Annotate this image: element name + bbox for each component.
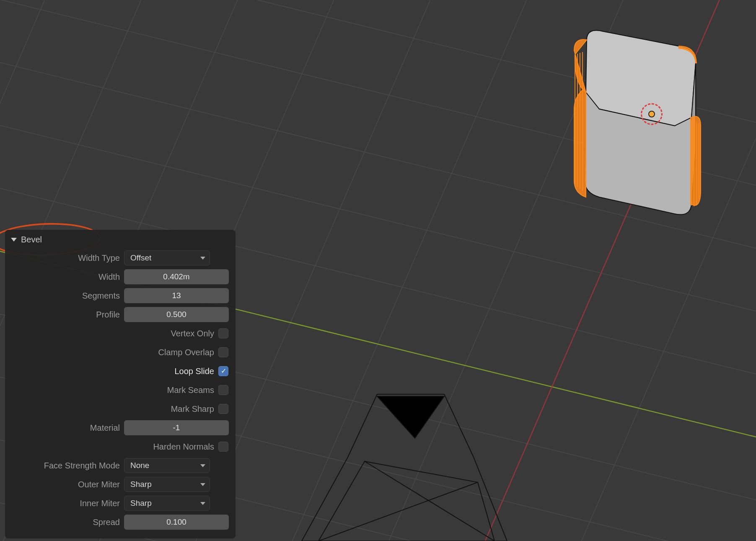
mark-sharp-checkbox[interactable] [218,404,228,414]
clamp-overlap-label: Clamp Overlap [11,348,214,357]
spread-field[interactable]: 0.100 [124,515,229,530]
operator-panel-bevel: Bevel Width Type Offset Width 0.402m Seg… [5,230,236,538]
mark-sharp-label: Mark Sharp [11,404,214,414]
mark-seams-checkbox[interactable] [218,385,228,395]
segments-label: Segments [11,291,120,301]
spread-label: Spread [11,518,120,527]
chevron-down-icon [200,502,205,505]
material-field[interactable]: -1 [124,420,229,435]
loop-slide-label: Loop Slide [11,367,214,376]
inner-miter-dropdown[interactable]: Sharp [124,496,210,511]
harden-normals-checkbox[interactable] [218,442,228,452]
svg-marker-29 [318,461,495,541]
svg-marker-32 [377,396,444,438]
chevron-down-icon [200,464,205,467]
inner-miter-label: Inner Miter [11,499,120,508]
profile-field[interactable]: 0.500 [124,307,229,322]
width-label: Width [11,272,120,282]
harden-normals-label: Harden Normals [11,442,214,452]
loop-slide-checkbox[interactable]: ✓ [218,366,228,376]
mark-seams-label: Mark Seams [11,385,214,395]
beveled-cube [574,31,701,215]
face-strength-label: Face Strength Mode [11,461,120,471]
width-type-dropdown[interactable]: Offset [124,250,210,265]
check-icon: ✓ [221,368,226,375]
clamp-overlap-checkbox[interactable] [218,347,228,357]
vertex-only-label: Vertex Only [11,329,214,338]
camera-object [302,394,507,541]
segments-field[interactable]: 13 [124,288,229,303]
panel-header[interactable]: Bevel [11,233,230,250]
chevron-down-icon [200,257,205,260]
material-label: Material [11,423,120,433]
width-field[interactable]: 0.402m [124,269,229,284]
chevron-down-icon [200,483,205,486]
outer-miter-label: Outer Miter [11,480,120,489]
panel-title: Bevel [21,235,42,244]
vertex-only-checkbox[interactable] [218,328,228,338]
profile-label: Profile [11,310,120,320]
svg-line-31 [318,482,478,541]
face-strength-dropdown[interactable]: None [124,458,210,473]
width-type-label: Width Type [11,253,120,263]
disclosure-triangle-icon [11,238,17,242]
outer-miter-dropdown[interactable]: Sharp [124,477,210,492]
